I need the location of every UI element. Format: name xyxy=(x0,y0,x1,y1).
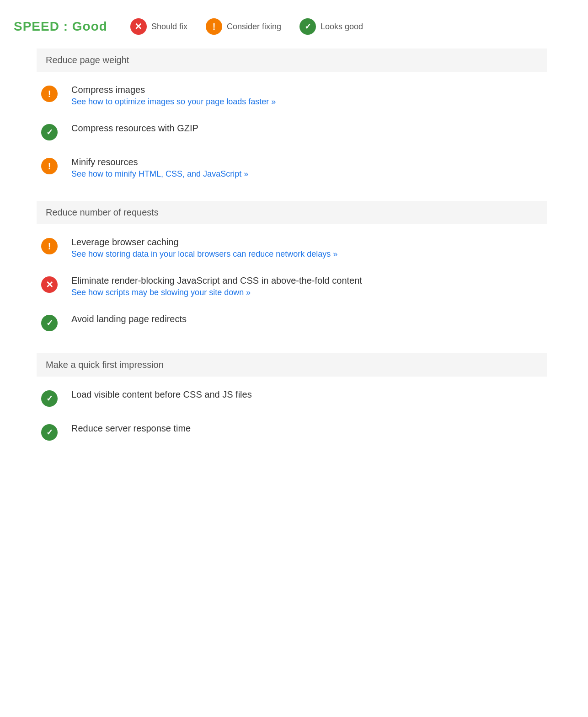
eliminate-render-blocking-link[interactable]: See how scripts may be slowing your site… xyxy=(71,288,251,297)
should-fix-icon: ✕ xyxy=(130,18,147,35)
speed-status: Good xyxy=(72,19,107,33)
section-header-reduce-requests: Reduce number of requests xyxy=(37,201,547,224)
legend-consider-fixing: ! Consider fixing xyxy=(206,18,281,35)
list-item: ! Leverage browser caching See how stori… xyxy=(41,229,574,267)
should-fix-label: Should fix xyxy=(151,22,187,32)
section-header-quick-impression: Make a quick first impression xyxy=(37,353,547,377)
section-reduce-page-weight: Reduce page weight ! Compress images See… xyxy=(41,49,574,187)
reduce-server-response-title: Reduce server response time xyxy=(71,423,574,434)
legend-should-fix: ✕ Should fix xyxy=(130,18,187,35)
list-item: ! Minify resources See how to minify HTM… xyxy=(41,149,574,187)
section-quick-impression: Make a quick first impression ✓ Load vis… xyxy=(41,353,574,449)
reduce-server-response-icon: ✓ xyxy=(41,424,58,441)
compress-images-icon: ! xyxy=(41,86,58,102)
minify-resources-link[interactable]: See how to minify HTML, CSS, and JavaScr… xyxy=(71,169,248,178)
reduce-server-response-content: Reduce server response time xyxy=(71,423,574,436)
leverage-caching-icon: ! xyxy=(41,238,58,254)
section-header-reduce-page-weight: Reduce page weight xyxy=(37,49,547,72)
list-item: ! Compress images See how to optimize im… xyxy=(41,76,574,115)
avoid-redirects-icon: ✓ xyxy=(41,315,58,331)
avoid-redirects-title: Avoid landing page redirects xyxy=(71,314,574,324)
list-item: ✓ Avoid landing page redirects xyxy=(41,306,574,340)
avoid-redirects-content: Avoid landing page redirects xyxy=(71,314,574,326)
eliminate-render-blocking-icon: ✕ xyxy=(41,276,58,293)
eliminate-render-blocking-title: Eliminate render-blocking JavaScript and… xyxy=(71,275,574,286)
leverage-caching-link[interactable]: See how storing data in your local brows… xyxy=(71,249,337,259)
looks-good-label: Looks good xyxy=(321,22,363,32)
compress-images-content: Compress images See how to optimize imag… xyxy=(71,85,574,107)
minify-resources-title: Minify resources xyxy=(71,157,574,167)
list-item: ✓ Compress resources with GZIP xyxy=(41,115,574,149)
legend: ✕ Should fix ! Consider fixing ✓ Looks g… xyxy=(130,18,363,35)
compress-gzip-content: Compress resources with GZIP xyxy=(71,123,574,135)
list-item: ✓ Load visible content before CSS and JS… xyxy=(41,381,574,415)
eliminate-render-blocking-content: Eliminate render-blocking JavaScript and… xyxy=(71,275,574,297)
consider-fixing-label: Consider fixing xyxy=(227,22,281,32)
minify-resources-icon: ! xyxy=(41,158,58,174)
consider-fixing-icon: ! xyxy=(206,18,222,35)
compress-images-link[interactable]: See how to optimize images so your page … xyxy=(71,97,276,106)
load-visible-content-title: Load visible content before CSS and JS f… xyxy=(71,389,574,400)
compress-gzip-title: Compress resources with GZIP xyxy=(71,123,574,134)
looks-good-icon: ✓ xyxy=(299,18,316,35)
compress-images-title: Compress images xyxy=(71,85,574,95)
leverage-caching-content: Leverage browser caching See how storing… xyxy=(71,237,574,259)
main-content: Reduce page weight ! Compress images See… xyxy=(14,49,574,449)
leverage-caching-title: Leverage browser caching xyxy=(71,237,574,248)
load-visible-content-icon: ✓ xyxy=(41,390,58,407)
section-reduce-requests: Reduce number of requests ! Leverage bro… xyxy=(41,201,574,340)
compress-gzip-icon: ✓ xyxy=(41,124,58,140)
speed-label: SPEED : xyxy=(14,19,72,33)
speed-title: SPEED : Good xyxy=(14,19,107,34)
list-item: ✓ Reduce server response time xyxy=(41,415,574,449)
page-header: SPEED : Good ✕ Should fix ! Consider fix… xyxy=(14,9,574,49)
list-item: ✕ Eliminate render-blocking JavaScript a… xyxy=(41,267,574,306)
load-visible-content-content: Load visible content before CSS and JS f… xyxy=(71,389,574,402)
legend-looks-good: ✓ Looks good xyxy=(299,18,363,35)
minify-resources-content: Minify resources See how to minify HTML,… xyxy=(71,157,574,179)
